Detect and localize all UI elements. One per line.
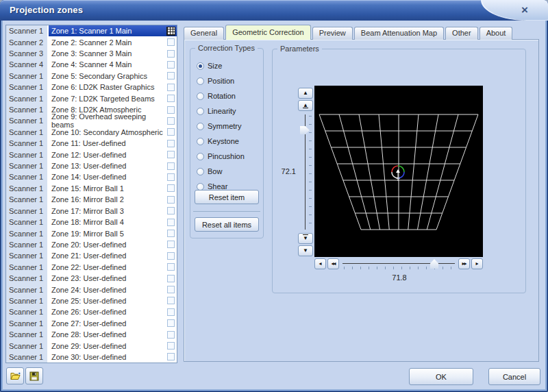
zone-checkbox-cell[interactable] <box>164 160 177 171</box>
projection-preview-canvas[interactable] <box>314 86 483 257</box>
zone-row-24[interactable]: Scanner 1Zone 24: User-defined <box>6 284 177 295</box>
radio-option-bow[interactable]: Bow <box>197 164 263 179</box>
vertical-slider-thumb[interactable] <box>300 126 310 134</box>
zone-checkbox-cell[interactable] <box>164 239 177 250</box>
zone-checkbox-cell[interactable] <box>164 318 177 329</box>
zone-row-29[interactable]: Scanner 1Zone 29: User-defined <box>6 340 177 351</box>
slider-up-end-button[interactable]: ▲ <box>298 100 313 111</box>
zone-checkbox-cell[interactable] <box>164 127 177 138</box>
zone-checkbox[interactable] <box>167 241 175 248</box>
slider-down-end-button[interactable]: ▼ <box>298 233 313 244</box>
slider-up-arrow-button[interactable]: ▲ <box>298 88 313 99</box>
zone-checkbox[interactable] <box>167 151 175 158</box>
zone-checkbox-cell[interactable] <box>164 93 177 103</box>
zone-checkbox[interactable] <box>167 308 175 316</box>
slider-left-arrow-button[interactable]: ◂ <box>314 258 326 269</box>
horizontal-slider-thumb[interactable] <box>430 259 438 269</box>
zone-checkbox[interactable] <box>167 196 175 204</box>
zone-row-13[interactable]: Scanner 1Zone 13: User-defined <box>6 160 177 171</box>
zone-row-30[interactable]: Scanner 1Zone 30: User-defined <box>6 352 177 363</box>
zone-checkbox-cell[interactable] <box>164 82 177 93</box>
zone-checkbox[interactable] <box>167 140 175 147</box>
zone-checkbox-cell[interactable] <box>164 250 177 261</box>
zone-row-14[interactable]: Scanner 1Zone 14: User-defined <box>6 171 177 182</box>
radio-icon[interactable] <box>197 138 204 145</box>
zone-checkbox-cell[interactable] <box>164 352 177 363</box>
zone-checkbox[interactable] <box>167 331 175 339</box>
zone-checkbox[interactable] <box>167 319 175 327</box>
load-zones-button[interactable] <box>6 367 24 384</box>
zone-checkbox-cell[interactable] <box>164 149 177 160</box>
zone-checkbox[interactable] <box>167 252 175 260</box>
radio-option-keystone[interactable]: Keystone <box>197 134 263 149</box>
zone-checkbox-cell[interactable] <box>164 115 177 126</box>
zone-checkbox-cell[interactable] <box>164 284 177 295</box>
zone-checkbox[interactable] <box>167 219 175 226</box>
reset-all-items-button[interactable]: Reset all items <box>195 217 259 232</box>
zone-checkbox-cell[interactable] <box>164 194 177 205</box>
zone-row-23[interactable]: Scanner 1Zone 23: User-defined <box>6 273 177 284</box>
zone-checkbox[interactable] <box>167 162 175 170</box>
zone-checkbox-cell[interactable] <box>164 306 177 317</box>
zone-checkbox[interactable] <box>167 84 175 91</box>
zone-row-7[interactable]: Scanner 1Zone 7: LD2K Targeted Beams <box>6 93 177 103</box>
radio-icon[interactable] <box>197 93 204 100</box>
zone-row-5[interactable]: Scanner 1Zone 5: Secondary Graphics <box>6 71 177 82</box>
zone-checkbox[interactable] <box>167 95 175 102</box>
horizontal-slider-track[interactable] <box>340 258 457 269</box>
zone-checkbox-cell[interactable] <box>164 59 177 70</box>
zone-checkbox[interactable] <box>167 275 175 282</box>
zone-checkbox[interactable] <box>167 38 175 46</box>
radio-option-position[interactable]: Position <box>197 73 263 88</box>
zone-row-19[interactable]: Scanner 1Zone 19: Mirror Ball 5 <box>6 228 177 238</box>
zone-row-1[interactable]: Scanner 1Zone 1: Scanner 1 Main <box>6 25 177 36</box>
slider-right-arrow-button[interactable]: ▸ <box>471 258 483 269</box>
radio-icon[interactable] <box>197 77 204 85</box>
close-icon[interactable]: × <box>518 3 532 17</box>
zone-checkbox[interactable] <box>167 173 175 181</box>
zone-checkbox[interactable] <box>167 72 175 79</box>
cancel-button[interactable]: Cancel <box>488 368 540 385</box>
radio-option-size[interactable]: Size <box>197 58 263 73</box>
vertical-slider-track[interactable] <box>298 112 313 232</box>
zone-row-9[interactable]: Scanner 1Zone 9: Overhead sweeping beams <box>6 115 177 126</box>
zone-checkbox-cell[interactable] <box>164 329 177 340</box>
grid-icon[interactable] <box>166 27 175 36</box>
zone-checkbox-cell[interactable] <box>164 295 177 306</box>
zone-checkbox[interactable] <box>167 106 175 114</box>
zone-row-10[interactable]: Scanner 1Zone 10: Secondary Atmospheric <box>6 127 177 138</box>
radio-icon[interactable] <box>197 62 204 70</box>
radio-icon[interactable] <box>197 123 204 130</box>
zone-row-20[interactable]: Scanner 1Zone 20: User-defined <box>6 239 177 250</box>
radio-option-symmetry[interactable]: Symmetry <box>197 119 263 134</box>
zone-checkbox-cell[interactable] <box>164 217 177 228</box>
zone-checkbox-cell[interactable] <box>164 340 177 351</box>
radio-icon[interactable] <box>197 153 204 160</box>
reset-item-button[interactable]: Reset item <box>195 190 259 204</box>
zone-checkbox-cell[interactable] <box>164 262 177 273</box>
zone-grid-cell[interactable] <box>164 25 177 36</box>
radio-icon[interactable] <box>197 183 204 191</box>
zone-row-22[interactable]: Scanner 1Zone 22: User-defined <box>6 262 177 273</box>
radio-option-rotation[interactable]: Rotation <box>197 88 263 103</box>
radio-icon[interactable] <box>197 108 204 115</box>
tab-other[interactable]: Other <box>445 27 478 40</box>
zone-checkbox-cell[interactable] <box>164 71 177 82</box>
zone-checkbox-cell[interactable] <box>164 104 177 115</box>
zone-row-18[interactable]: Scanner 1Zone 18: Mirror Ball 4 <box>6 217 177 228</box>
zone-checkbox[interactable] <box>167 117 175 125</box>
zone-checkbox[interactable] <box>167 297 175 304</box>
tab-general[interactable]: General <box>184 27 224 40</box>
zone-checkbox[interactable] <box>167 207 175 215</box>
zone-row-12[interactable]: Scanner 1Zone 12: User-defined <box>6 149 177 160</box>
tab-beam-attenuation-map[interactable]: Beam Attenuation Map <box>354 27 444 40</box>
zone-checkbox-cell[interactable] <box>164 36 177 47</box>
zone-row-17[interactable]: Scanner 1Zone 17: Mirror Ball 3 <box>6 206 177 217</box>
tab-geometric-correction[interactable]: Geometric Correction <box>225 25 311 40</box>
zone-checkbox-cell[interactable] <box>164 273 177 284</box>
radio-icon[interactable] <box>197 168 204 175</box>
zone-row-15[interactable]: Scanner 1Zone 15: Mirror Ball 1 <box>6 183 177 194</box>
zone-checkbox-cell[interactable] <box>164 138 177 149</box>
save-zones-button[interactable] <box>25 367 43 384</box>
zone-row-6[interactable]: Scanner 1Zone 6: LD2K Raster Graphics <box>6 82 177 93</box>
